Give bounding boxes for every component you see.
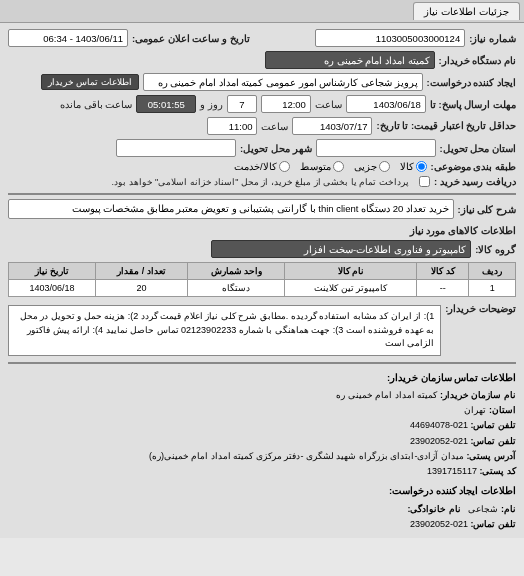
- reply-deadline-hour: 12:00: [261, 95, 311, 113]
- buyer-label: نام دستگاه خریدار:: [439, 55, 516, 66]
- title-label: شرح کلی نیاز:: [458, 204, 516, 215]
- radio-kala-text: کالا: [400, 161, 414, 172]
- contact-section: ۰۲۱-۸۸۳۴۶۹۴۵ اطلاعات تماس سازمان خریدار:…: [8, 370, 516, 533]
- radio-jozei-text: جزیی: [354, 161, 377, 172]
- zip-v: 1391715117: [427, 466, 477, 476]
- datetime-field: 1403/06/11 - 06:34: [8, 29, 128, 47]
- goods-table: ردیف کد کالا نام کالا واحد شمارش تعداد /…: [8, 262, 516, 297]
- cell-qty: 20: [95, 280, 187, 297]
- table-header-row: ردیف کد کالا نام کالا واحد شمارش تعداد /…: [9, 263, 516, 280]
- group-field: کامپیوتر و فناوری اطلاعات-سخت افزار: [211, 240, 471, 258]
- col-date: تاریخ نیاز: [9, 263, 96, 280]
- delivery-city-label: شهر محل تحویل:: [240, 143, 311, 154]
- zip-k: کد پستی:: [480, 466, 517, 476]
- cell-code: --: [417, 280, 469, 297]
- remain-field: 05:01:55: [136, 95, 196, 113]
- price-deadline-hour: 11:00: [207, 117, 257, 135]
- name-k: نام:: [501, 504, 516, 514]
- fax-k: تلفن تماس:: [471, 436, 517, 446]
- prov-k: استان:: [489, 405, 516, 415]
- contact-buyer-button[interactable]: اطلاعات تماس خریدار: [41, 74, 139, 90]
- group-label: گروه کالا:: [475, 244, 516, 255]
- col-qty: تعداد / مقدار: [95, 263, 187, 280]
- notes-label: توضیحات خریدار:: [445, 303, 516, 314]
- col-idx: ردیف: [469, 263, 516, 280]
- buyer-field: کمیته امداد امام خمینی ره: [265, 51, 435, 69]
- price-deadline-label: حداقل تاریخ اعتبار قیمت: تا تاریخ:: [376, 120, 516, 131]
- days-field: 7: [227, 95, 257, 113]
- tel2-k: تلفن تماس:: [471, 519, 517, 529]
- receipt-checkbox[interactable]: [419, 176, 430, 187]
- col-code: کد کالا: [417, 263, 469, 280]
- addr-k: آدرس پستی:: [467, 451, 517, 461]
- receipt-check[interactable]: [419, 176, 430, 187]
- delivery-city-field: [116, 139, 236, 157]
- col-name: نام کالا: [285, 263, 417, 280]
- col-unit: واحد شمارش: [188, 263, 285, 280]
- contact-header: اطلاعات تماس سازمان خریدار:: [8, 370, 516, 386]
- separator-2: [8, 362, 516, 364]
- title-field: خرید تعداد 20 دستگاه thin client با گارا…: [8, 199, 454, 219]
- radio-motevaset-input[interactable]: [333, 161, 344, 172]
- tel-k: تلفن تماس:: [471, 420, 517, 430]
- receipt-label: دریافت رسید خرید :: [434, 176, 516, 187]
- reqno-field: 1103005003000124: [315, 29, 465, 47]
- delivery-province-field: [316, 139, 436, 157]
- radio-motevaset-text: متوسط: [300, 161, 331, 172]
- tab-details[interactable]: جزئیات اطلاعات نیاز: [413, 2, 520, 20]
- tab-bar: جزئیات اطلاعات نیاز: [0, 0, 524, 23]
- goods-section-title: اطلاعات کالاهای مورد نیاز: [8, 225, 516, 236]
- radio-motevaset[interactable]: متوسط: [300, 161, 344, 172]
- fam-k: نام خانوادگی:: [407, 504, 461, 514]
- radio-kala-input[interactable]: [416, 161, 427, 172]
- org-k: نام سازمان خریدار:: [440, 390, 516, 400]
- remain-label: ساعت باقی مانده: [60, 99, 132, 110]
- name-v: شجاعی: [468, 504, 498, 514]
- datetime-label: تاریخ و ساعت اعلان عمومی:: [132, 33, 250, 44]
- radio-kala[interactable]: کالا: [400, 161, 427, 172]
- receipt-text: پرداخت تمام یا بخشی از مبلغ خرید، از محل…: [112, 177, 409, 187]
- delivery-province-label: استان محل تحویل:: [440, 143, 516, 154]
- fax-v: 021-23902052: [410, 436, 468, 446]
- reply-deadline-label: مهلت ارسال پاسخ: تا: [430, 99, 516, 110]
- reply-deadline-date: 1403/06/18: [346, 95, 426, 113]
- price-deadline-date: 1403/07/17: [292, 117, 372, 135]
- notes-box: 1): از ایران کد مشابه استفاده گردیده .مط…: [8, 305, 441, 356]
- org-v: کمیته امداد امام خمینی ره: [336, 390, 437, 400]
- separator-1: [8, 193, 516, 195]
- days-label: روز و: [200, 99, 223, 110]
- tel-v: 021-44694078: [410, 420, 468, 430]
- cell-name: کامپیوتر تین کلاینت: [285, 280, 417, 297]
- creator-label: ایجاد کننده درخواست:: [427, 77, 516, 88]
- hour-label-1: ساعت: [315, 99, 342, 110]
- radio-jozei[interactable]: جزیی: [354, 161, 390, 172]
- cell-idx: 1: [469, 280, 516, 297]
- radio-jozei-input[interactable]: [379, 161, 390, 172]
- hour-label-2: ساعت: [261, 121, 288, 132]
- main-content: شماره نیاز: 1103005003000124 تاریخ و ساع…: [0, 23, 524, 538]
- radio-kala-khedmat-text: کالا/خدمت: [234, 161, 277, 172]
- category-label: طبقه بندی موضوعی:: [431, 161, 516, 172]
- table-row: 1 -- کامپیوتر تین کلاینت دستگاه 20 1403/…: [9, 280, 516, 297]
- addr-v: میدان آزادی-ابتدای بزرگراه شهید لشگری -د…: [149, 451, 464, 461]
- creator-contact-header: اطلاعات ایجاد کننده درخواست:: [8, 483, 516, 499]
- prov-v: تهران: [464, 405, 486, 415]
- radio-kala-khedmat-input[interactable]: [279, 161, 290, 172]
- radio-kala-khedmat[interactable]: کالا/خدمت: [234, 161, 290, 172]
- cell-unit: دستگاه: [188, 280, 285, 297]
- creator-field: پرویز شجاعی کارشناس امور عمومی کمیته امد…: [143, 73, 423, 91]
- cell-date: 1403/06/18: [9, 280, 96, 297]
- reqno-label: شماره نیاز:: [469, 33, 516, 44]
- tel2-v: 021-23902052: [410, 519, 468, 529]
